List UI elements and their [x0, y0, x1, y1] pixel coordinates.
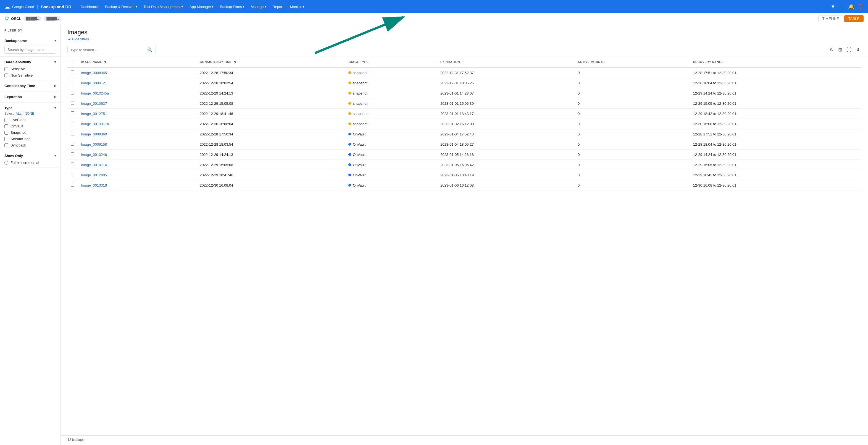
- nav-dashboard[interactable]: Dashboard: [78, 4, 101, 10]
- chevron-right-icon-2: ▶: [54, 95, 56, 99]
- filter-header-show-only[interactable]: Show Only ▾: [4, 153, 56, 158]
- cell-recovery-range: 12-29 14:24 to 12-30 20:01: [690, 88, 861, 98]
- select-all-link[interactable]: ALL: [16, 112, 22, 116]
- table-header: IMAGE NAME ⇅ CONSISTENCY TIME ⇅ IMAGE TY…: [67, 56, 861, 67]
- table-footer: 12 backups: [61, 435, 868, 445]
- type-dot-icon: [348, 153, 351, 156]
- filter-option-syncback[interactable]: Syncback: [4, 143, 56, 147]
- select-all-checkbox-header[interactable]: [67, 56, 78, 67]
- row-checkbox-cell[interactable]: [67, 88, 78, 98]
- row-checkbox-cell[interactable]: [67, 78, 78, 88]
- cell-consistency-time: 2022-12-28 17:50:34: [196, 129, 345, 139]
- row-checkbox[interactable]: [71, 70, 74, 74]
- row-checkbox-cell[interactable]: [67, 119, 78, 129]
- nav-app-manager[interactable]: App Manager ▾: [187, 4, 216, 10]
- nav-report[interactable]: Report: [270, 4, 286, 10]
- filter-option-streamsnap[interactable]: StreamSnap: [4, 137, 56, 141]
- timeline-button[interactable]: TIMELINE: [818, 15, 843, 22]
- image-name-search-input[interactable]: [4, 46, 56, 54]
- filter-header-data-sensitivity[interactable]: Data Sensitivity ▾: [4, 59, 56, 65]
- col-image-name[interactable]: IMAGE NAME ⇅: [78, 56, 196, 67]
- checkbox-liveclone[interactable]: [4, 118, 8, 122]
- checkbox-streamsnap[interactable]: [4, 137, 8, 141]
- col-image-type[interactable]: IMAGE TYPE: [345, 56, 437, 67]
- cell-image-type: OnVault: [345, 160, 437, 170]
- nav-test-data-mgmt[interactable]: Test Data Management ▾: [141, 4, 186, 10]
- row-checkbox-cell[interactable]: [67, 98, 78, 109]
- filter-icon[interactable]: ▼: [830, 4, 835, 10]
- row-checkbox[interactable]: [71, 122, 74, 125]
- row-checkbox-cell[interactable]: [67, 160, 78, 170]
- checkbox-snapshot[interactable]: [4, 131, 8, 135]
- row-checkbox-cell[interactable]: [67, 67, 78, 78]
- filter-option-full-incremental[interactable]: Full + Incremental: [4, 160, 56, 165]
- filter-option-liveclone[interactable]: LiveClone: [4, 118, 56, 122]
- filter-option-onvault[interactable]: OnVault: [4, 124, 56, 128]
- row-checkbox-cell[interactable]: [67, 170, 78, 180]
- notification-icon[interactable]: 🔔: [848, 4, 854, 10]
- checkbox-sensitive[interactable]: [4, 67, 8, 71]
- google-cloud-icon: ☁: [4, 3, 10, 10]
- refresh-icon[interactable]: ↻: [829, 46, 835, 54]
- filter-label-consistency-time: Consistency Time: [4, 84, 35, 88]
- row-checkbox[interactable]: [71, 162, 74, 166]
- checkbox-syncback[interactable]: [4, 144, 8, 147]
- hide-filters-link[interactable]: ◄ Hide filters: [67, 37, 89, 41]
- cell-recovery-range: 12-30 16:08 to 12-30 20:01: [690, 119, 861, 129]
- type-dot-icon: [348, 71, 351, 74]
- col-expiration[interactable]: EXPIRATION ↑: [437, 56, 574, 67]
- row-checkbox[interactable]: [71, 183, 74, 186]
- row-checkbox[interactable]: [71, 132, 74, 136]
- cell-recovery-range: 12-29 15:05 to 12-30 20:01: [690, 98, 861, 109]
- filter-header-consistency-time[interactable]: Consistency Time ▶: [4, 83, 56, 88]
- download-icon[interactable]: ⬇: [855, 46, 861, 54]
- filter-header-backupname[interactable]: Backupname ▾: [4, 38, 56, 43]
- row-checkbox-cell[interactable]: [67, 139, 78, 150]
- nav-monitor[interactable]: Monitor ▾: [287, 4, 307, 10]
- nav-backup-plans[interactable]: Backup Plans ▾: [217, 4, 247, 10]
- nav-backup-recover[interactable]: Backup & Recover ▾: [102, 4, 140, 10]
- row-checkbox[interactable]: [71, 101, 74, 105]
- row-checkbox[interactable]: [71, 152, 74, 156]
- checkbox-onvault[interactable]: [4, 124, 8, 128]
- table-search-input[interactable]: [70, 48, 145, 52]
- row-checkbox-cell[interactable]: [67, 129, 78, 139]
- fullscreen-icon[interactable]: ⛶: [846, 46, 853, 54]
- row-checkbox[interactable]: [71, 173, 74, 176]
- row-checkbox[interactable]: [71, 81, 74, 84]
- col-consistency-time[interactable]: CONSISTENCY TIME ⇅: [196, 56, 345, 67]
- filter-section-show-only: Show Only ▾ Full + Incremental: [0, 150, 61, 168]
- row-checkbox-cell[interactable]: [67, 180, 78, 190]
- filter-label-show-only: Show Only: [4, 154, 23, 158]
- row-checkbox[interactable]: [71, 142, 74, 146]
- cell-image-name: Image_0012805: [78, 170, 196, 180]
- cell-active-mounts: 0: [574, 160, 690, 170]
- table-row: Image_0010714 2022-12-29 15:05:08 OnVaul…: [67, 160, 861, 170]
- account-icon[interactable]: 👤: [839, 4, 845, 10]
- select-all-checkbox[interactable]: [71, 60, 74, 63]
- filter-header-expiration[interactable]: Expiration ▶: [4, 94, 56, 99]
- columns-icon[interactable]: ⊞: [837, 46, 843, 54]
- table-row: Image_0013318 2022-12-30 16:08:04 OnVaul…: [67, 180, 861, 190]
- filter-option-sensitive[interactable]: Sensitive: [4, 67, 56, 71]
- help-icon[interactable]: ❓: [858, 4, 864, 10]
- radio-full-incremental[interactable]: [4, 161, 8, 165]
- row-checkbox[interactable]: [71, 111, 74, 115]
- table-button[interactable]: TABLE: [844, 15, 864, 22]
- checkbox-non-sensitive[interactable]: [4, 73, 8, 78]
- nav-manage[interactable]: Manage ▾: [248, 4, 269, 10]
- filter-option-non-sensitive[interactable]: Non Sensitive: [4, 73, 56, 78]
- brand-logo: ☁ Google Cloud | Backup and DR: [4, 3, 71, 10]
- table-row: Image_0012805 2022-12-29 18:41:46 OnVaul…: [67, 170, 861, 180]
- filter-option-snapshot[interactable]: Snapshot: [4, 130, 56, 135]
- row-checkbox-cell[interactable]: [67, 109, 78, 119]
- chevron-down-icon-2: ▾: [55, 60, 56, 64]
- cell-active-mounts: 0: [574, 67, 690, 78]
- row-checkbox-cell[interactable]: [67, 150, 78, 160]
- content-header: Images ◄ Hide filters: [61, 24, 868, 43]
- filter-header-type[interactable]: Type ▾: [4, 105, 56, 111]
- row-checkbox[interactable]: [71, 91, 74, 94]
- filter-label-expiration: Expiration: [4, 95, 22, 99]
- select-none-link[interactable]: NONE: [25, 112, 34, 116]
- search-icon[interactable]: 🔍: [147, 47, 153, 53]
